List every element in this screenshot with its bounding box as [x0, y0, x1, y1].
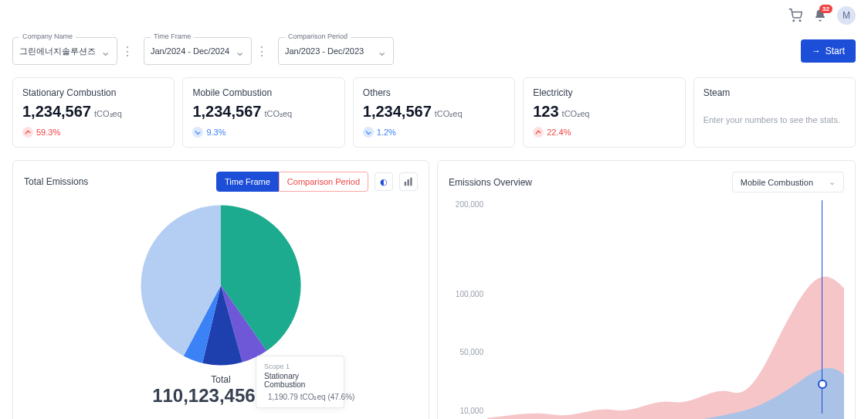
card-unit: tCO₂eq [94, 109, 122, 118]
card-title: Mobile Combustion [192, 87, 334, 98]
trend-value: 22.4% [547, 128, 571, 137]
overview-title: Emissions Overview [449, 177, 726, 188]
pie-chart-icon[interactable]: ◐ [375, 172, 393, 191]
comparison-label: Comparison Period [285, 32, 351, 40]
timeframe-select[interactable]: Time Frame Jan/2024 - Dec/2024 ⌄ [144, 37, 252, 65]
start-button[interactable]: → Start [801, 39, 856, 63]
bell-icon[interactable]: 32 [812, 8, 828, 23]
timeframe-label: Time Frame [151, 32, 194, 40]
card-unit: tCO₂eq [562, 109, 590, 118]
card-value: 1,234,567 [363, 103, 432, 120]
overview-select[interactable]: Mobile Combustion ⌄ [732, 172, 844, 192]
card-empty-text: Enter your numbers to see the stats. [704, 115, 846, 124]
svg-rect-3 [408, 179, 409, 186]
stat-card: SteamEnter your numbers to see the stats… [693, 77, 856, 148]
total-emissions-title: Total Emissions [24, 176, 210, 187]
total-label: Total [211, 374, 230, 385]
trend-value: 59.3% [36, 128, 60, 137]
trend-up-icon [533, 127, 544, 138]
company-select[interactable]: Company Name 그린에너지솔루션즈 ⌄ [12, 37, 117, 65]
card-title: Electricity [533, 87, 675, 98]
chevron-down-icon: ⌄ [100, 44, 110, 59]
svg-rect-4 [410, 178, 412, 186]
start-label: Start [826, 46, 845, 56]
chevron-down-icon: ⌄ [235, 44, 245, 59]
stat-card: Electricity123tCO₂eq22.4% [523, 77, 685, 148]
tooltip-scope: Scope 1 [264, 363, 336, 370]
tooltip-value: 1,190.79 tCO₂eq (47.6%) [268, 393, 354, 401]
stat-card: Stationary Combustion1,234,567tCO₂eq59.3… [12, 77, 175, 148]
bar-chart-icon[interactable] [399, 172, 418, 191]
stat-card: Mobile Combustion1,234,567tCO₂eq9.3% [182, 77, 344, 148]
comparison-value: Jan/2023 - Dec/2023 [285, 46, 364, 56]
trend: 9.3% [192, 127, 334, 138]
trend-down-icon [363, 127, 374, 138]
timeframe-value: Jan/2024 - Dec/2024 [151, 46, 229, 56]
toggle-comparison[interactable]: Comparison Period [279, 172, 368, 192]
toggle-timeframe[interactable]: Time Frame [216, 172, 279, 192]
cart-icon[interactable] [788, 8, 803, 23]
area-chart [487, 200, 844, 419]
company-value: 그린에너지솔루션즈 [19, 46, 96, 57]
card-value: 1,234,567 [22, 103, 91, 120]
trend: 59.3% [22, 127, 164, 138]
card-title: Stationary Combustion [22, 87, 164, 98]
trend-value: 1.2% [377, 128, 396, 137]
card-value: 1,234,567 [192, 103, 261, 120]
svg-point-0 [793, 20, 795, 22]
comparison-select[interactable]: Comparison Period Jan/2023 - Dec/2023 ⌄ [278, 37, 394, 65]
card-title: Steam [704, 87, 846, 98]
total-value: 110,123,456 [152, 385, 255, 406]
pie-tooltip: Scope 1 Stationary Combustion 1,190.79 t… [256, 356, 344, 408]
svg-point-1 [799, 20, 801, 22]
y-axis: 200,000 100,000 50,000 10,000 [453, 200, 483, 419]
more-icon[interactable]: ⋮ [119, 37, 136, 65]
trend-value: 9.3% [206, 128, 225, 137]
more-icon[interactable]: ⋮ [253, 37, 270, 65]
trend-up-icon [22, 127, 33, 138]
trend-down-icon [192, 127, 203, 138]
trend: 1.2% [363, 127, 505, 138]
marker-dot [818, 380, 827, 389]
trend: 22.4% [533, 127, 675, 138]
avatar[interactable]: M [837, 6, 856, 25]
notification-badge: 32 [819, 5, 832, 13]
card-value: 123 [533, 103, 558, 120]
company-label: Company Name [19, 32, 76, 40]
svg-rect-2 [405, 182, 406, 186]
card-unit: tCO₂eq [435, 109, 463, 118]
pie-chart [132, 196, 310, 374]
chevron-down-icon: ⌄ [377, 44, 387, 59]
arrow-right-icon: → [812, 46, 821, 56]
card-title: Others [363, 87, 505, 98]
overview-select-value: Mobile Combustion [741, 178, 813, 187]
card-unit: tCO₂eq [264, 109, 292, 118]
stat-card: Others1,234,567tCO₂eq1.2% [353, 77, 515, 148]
tooltip-category: Stationary Combustion [264, 372, 336, 389]
chevron-down-icon: ⌄ [829, 177, 836, 187]
